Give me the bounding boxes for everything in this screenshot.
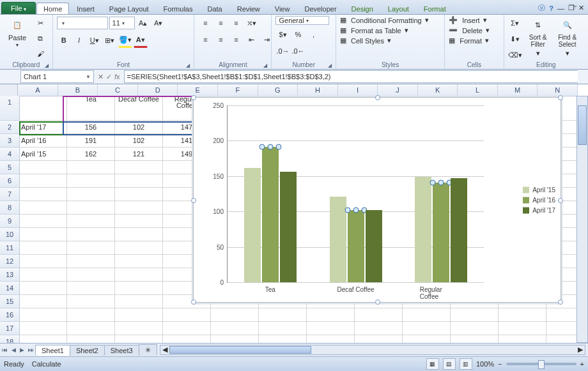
row-header[interactable]: 9 [0,215,20,228]
italic-button[interactable]: I [72,33,86,47]
cell[interactable] [307,322,355,335]
row-header[interactable]: 14 [0,282,20,295]
format-painter-icon[interactable]: 🖌 [33,47,47,61]
cell[interactable]: April '16 [19,134,67,148]
select-all-corner[interactable] [0,84,18,96]
align-middle-icon[interactable]: ≡ [213,16,228,30]
row-header[interactable]: 7 [0,188,20,201]
fx-icon[interactable]: fx [114,73,120,81]
cell[interactable] [403,335,451,343]
cell[interactable] [451,322,499,335]
embedded-chart[interactable]: 050100150200250TeaDecaf CoffeeRegular Co… [193,97,561,303]
find-select-button[interactable]: 🔍 Find & Select▾ [554,16,581,57]
tab-review[interactable]: Review [230,3,267,14]
insert-cells-button[interactable]: ➕ Insert ▾ [449,16,487,24]
cell[interactable] [67,295,115,308]
align-right-icon[interactable]: ≡ [229,33,243,47]
font-launcher-icon[interactable]: ◢ [186,63,190,68]
decrease-font-icon[interactable]: A▾ [151,16,166,30]
column-header[interactable]: G [258,84,298,96]
cell[interactable] [19,308,67,322]
cell[interactable] [355,308,403,322]
cell[interactable] [355,335,403,343]
chart-bar[interactable] [244,168,261,282]
tab-file[interactable]: File [1,2,36,14]
tab-insert[interactable]: Insert [70,3,102,14]
sheet-nav-prev-icon[interactable]: ◀ [10,347,18,353]
cell[interactable] [403,322,451,335]
orientation-icon[interactable]: ⤭▾ [244,16,258,30]
autosum-icon[interactable]: Σ▾ [508,16,522,30]
number-launcher-icon[interactable]: ◢ [328,63,332,68]
zoom-slider[interactable] [506,363,576,365]
chart-handle[interactable] [558,95,563,100]
sheet-tab-3[interactable]: Sheet3 [104,345,139,356]
chart-bar[interactable] [330,197,346,282]
fill-color-button[interactable]: 🪣▾ [118,33,132,48]
chart-handle[interactable] [191,95,196,100]
cell[interactable] [115,308,163,322]
format-as-table-button[interactable]: ▦ Format as Table ▾ [340,26,408,34]
cell[interactable] [19,228,67,241]
align-top-icon[interactable]: ≡ [198,16,212,30]
minimize-ribbon-icon[interactable]: ⓥ [538,3,545,13]
cell[interactable] [115,201,163,215]
cell[interactable] [19,295,67,308]
row-header[interactable]: 16 [0,308,20,322]
cell[interactable] [259,308,307,322]
cell[interactable] [67,215,115,228]
row-header[interactable]: 11 [0,241,20,255]
zoom-out-icon[interactable]: − [498,360,502,368]
chart-data-point[interactable] [267,144,273,150]
comma-icon[interactable]: , [306,27,320,42]
cell[interactable]: Tea [67,96,115,121]
row-header[interactable]: 13 [0,268,20,282]
cell[interactable] [19,282,67,295]
bold-button[interactable]: B [57,33,71,47]
new-sheet-button[interactable]: ✳ [139,344,157,356]
clear-icon[interactable]: ⌫▾ [508,48,522,62]
column-header[interactable]: L [458,84,498,96]
cell[interactable] [19,96,67,121]
cell[interactable]: 102 [115,121,163,134]
sort-filter-button[interactable]: ⇅ Sort & Filter▾ [525,16,552,57]
column-header[interactable]: M [498,84,538,96]
conditional-formatting-button[interactable]: ▦ Conditional Formatting ▾ [340,16,429,24]
status-calculate[interactable]: Calculate [32,360,61,368]
cell[interactable] [499,308,546,322]
cancel-formula-icon[interactable]: ✕ [98,73,104,81]
column-header[interactable]: F [218,84,258,96]
row-header[interactable]: 5 [0,161,20,174]
legend-item[interactable]: April '17 [523,207,555,214]
chart-plot-area[interactable]: 050100150200250TeaDecaf CoffeeRegular Co… [227,105,484,283]
row-header[interactable]: 4 [0,148,20,161]
column-header[interactable]: D [138,84,178,96]
cell[interactable] [67,282,115,295]
chart-handle[interactable] [191,198,196,203]
cell[interactable] [307,308,355,322]
chart-bar[interactable] [280,172,297,282]
chart-handle[interactable] [191,299,196,305]
cell[interactable]: 102 [115,134,163,148]
cell-styles-button[interactable]: ▦ Cell Styles ▾ [340,36,391,45]
cell[interactable]: 121 [115,148,163,161]
normal-view-icon[interactable]: ▦ [426,358,439,370]
cut-icon[interactable]: ✂ [33,16,47,30]
row-header[interactable]: 10 [0,228,20,241]
row-header[interactable]: 12 [0,255,20,268]
sheet-nav-next-icon[interactable]: ▶ [18,347,26,353]
row-header[interactable]: 3 [0,134,20,148]
align-center-icon[interactable]: ≡ [213,33,228,47]
row-header[interactable]: 17 [0,322,20,335]
number-format-select[interactable]: General [275,16,329,25]
cell[interactable] [115,215,163,228]
paste-button[interactable]: 📋 Paste ▼ [4,16,31,47]
column-header[interactable]: H [298,84,338,96]
chart-legend[interactable]: April '15April '16April '17 [523,183,555,217]
horizontal-scrollbar[interactable]: ◀ ▶ [160,345,585,355]
row-header[interactable]: 8 [0,201,20,215]
row-header[interactable]: 18 [0,335,20,343]
window-close-icon[interactable]: ✕ [578,4,584,12]
cell[interactable] [115,255,163,268]
zoom-in-icon[interactable]: + [580,360,584,368]
